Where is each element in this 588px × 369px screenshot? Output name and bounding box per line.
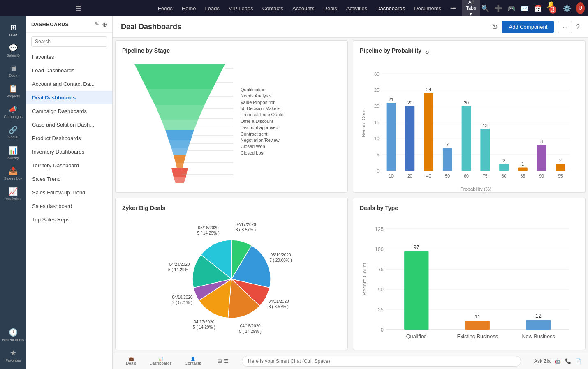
edit-icon[interactable]: ✎ xyxy=(95,21,100,28)
refresh-button[interactable]: ↻ xyxy=(492,23,498,32)
notification-icon[interactable]: 🔔3 xyxy=(547,1,558,16)
list-icon[interactable]: ☰ xyxy=(224,358,229,364)
nav-home[interactable]: Home xyxy=(178,4,200,13)
file-icon[interactable]: 📄 xyxy=(575,358,581,364)
expand-icon[interactable]: ⊞ xyxy=(218,358,222,364)
nav-activities[interactable]: Activities xyxy=(342,4,371,13)
zia-icon[interactable]: 🤖 xyxy=(555,358,561,364)
nav-leads[interactable]: Leads xyxy=(201,4,224,13)
sidebar-salesiq[interactable]: 💬 SalesIQ xyxy=(0,40,26,61)
bottom-tab-dashboards[interactable]: 📊 Dashboards xyxy=(143,355,178,367)
svg-rect-46 xyxy=(443,148,452,171)
smart-chat-input[interactable] xyxy=(242,356,521,367)
svg-marker-1 xyxy=(147,89,213,105)
main-content: Deal Dashboards ↻ Add Component ··· ? Pi… xyxy=(113,16,588,369)
nav-vip-leads[interactable]: VIP Leads xyxy=(225,4,257,13)
sidebar-social[interactable]: 🔗 Social xyxy=(0,122,26,143)
bottom-tab-deals[interactable]: 💼 Deals xyxy=(119,355,143,367)
contacts-tab-label: Contacts xyxy=(185,361,201,366)
nav-item-campaign-dashboards[interactable]: Campaign Dashboards xyxy=(26,104,112,118)
nav-item-sales-follow-up-trend[interactable]: Sales Follow-up Trend xyxy=(26,186,112,199)
recent-icon: 🕐 xyxy=(9,328,18,337)
svg-text:5: 5 xyxy=(377,152,380,157)
svg-text:8: 8 xyxy=(540,139,543,144)
survey-label: Survey xyxy=(7,156,19,160)
settings-icon[interactable]: ⚙️ xyxy=(563,5,571,12)
all-tabs-button[interactable]: All Tabs ▾ xyxy=(462,0,480,18)
nav-item-case-and-solution-dash...[interactable]: Case and Solution Dash... xyxy=(26,118,112,131)
search-input[interactable] xyxy=(31,36,107,47)
nav-item-inventory-dashboards[interactable]: Inventory Dashboards xyxy=(26,145,112,159)
hamburger-icon[interactable]: ☰ xyxy=(3,5,153,12)
phone-icon[interactable]: 📞 xyxy=(565,358,571,364)
add-icon[interactable]: ➕ xyxy=(494,5,502,12)
svg-text:90: 90 xyxy=(539,173,544,178)
svg-text:25: 25 xyxy=(374,87,380,92)
nav-deals[interactable]: Deals xyxy=(319,4,341,13)
sidebar-analytics[interactable]: 📈 Analytics xyxy=(0,184,26,204)
more-options-button[interactable]: ··· xyxy=(558,21,572,33)
sidebar-projects[interactable]: 📋 Projects xyxy=(0,81,26,101)
svg-text:21: 21 xyxy=(389,97,394,102)
funnel-label-5: Offer a Discount xyxy=(241,118,341,125)
nav-item-top-sales-reps[interactable]: Top Sales Reps xyxy=(26,213,112,226)
sidebar-favorites[interactable]: ★ Favorites xyxy=(0,345,26,366)
add-component-button[interactable]: Add Component xyxy=(502,21,554,33)
nav-dashboards[interactable]: Dashboards xyxy=(372,4,409,13)
nav-item-lead-dashboards[interactable]: Lead Dashboards xyxy=(26,64,112,77)
sidebar-campaigns[interactable]: 📣 Campaigns xyxy=(0,101,26,122)
content-header: Deal Dashboards ↻ Add Component ··· ? xyxy=(113,16,588,38)
nav-accounts[interactable]: Accounts xyxy=(288,4,318,13)
calendar-icon[interactable]: 📅 xyxy=(534,5,542,12)
sidebar-crm[interactable]: ⊞ CRM xyxy=(0,20,26,40)
refresh-prob-icon[interactable]: ↻ xyxy=(425,49,429,55)
svg-text:60: 60 xyxy=(464,173,469,178)
sidebar-survey[interactable]: 📊 Survey xyxy=(0,143,26,163)
add-dashboard-icon[interactable]: ⊕ xyxy=(102,21,107,28)
svg-text:20: 20 xyxy=(407,173,412,178)
svg-text:75: 75 xyxy=(378,266,384,272)
sidebar-salesinbox[interactable]: 📥 SalesInbox xyxy=(0,163,26,184)
svg-marker-0 xyxy=(134,64,225,89)
help-button[interactable]: ? xyxy=(576,23,580,31)
nav-item-deal-dashboards[interactable]: Deal Dashboards xyxy=(26,91,112,104)
contacts-tab-icon: 👤 xyxy=(190,357,195,361)
top-navigation: ☰ Feeds Home Leads VIP Leads Contacts Ac… xyxy=(0,0,588,16)
svg-marker-2 xyxy=(155,105,204,120)
deals-by-type-card: Deals by Type 025507510012597Qualified11… xyxy=(353,198,586,350)
nav-documents[interactable]: Documents xyxy=(410,4,445,13)
funnel-label-2: Value Proposition xyxy=(241,99,341,106)
svg-text:2: 2 xyxy=(503,158,505,163)
svg-rect-58 xyxy=(518,168,528,171)
nav-item-account-and-contact-da...[interactable]: Account and Contact Da... xyxy=(26,77,112,91)
nav-feeds[interactable]: Feeds xyxy=(154,4,177,13)
analytics-label: Analytics xyxy=(6,197,21,201)
svg-rect-55 xyxy=(499,164,509,171)
avatar[interactable]: U xyxy=(576,2,585,14)
svg-text:24: 24 xyxy=(426,87,431,92)
mail-icon[interactable]: ✉️ xyxy=(521,5,529,12)
sidebar-desk[interactable]: 🖥 Desk xyxy=(0,61,26,81)
svg-text:Qualified: Qualified xyxy=(406,333,427,339)
gamepad-icon[interactable]: 🎮 xyxy=(507,5,516,12)
nav-more[interactable]: ••• xyxy=(446,4,460,13)
svg-text:Record Count: Record Count xyxy=(361,107,366,137)
smart-chat-container xyxy=(242,356,521,367)
funnel-container: Qualification Needs Analysis Value Propo… xyxy=(122,57,341,186)
search-icon[interactable]: 🔍 xyxy=(481,5,489,12)
nav-item-territory-dashboard[interactable]: Territory Dashboard xyxy=(26,159,112,172)
salesinbox-label: SalesInbox xyxy=(4,176,23,180)
svg-marker-6 xyxy=(171,148,188,155)
nav-item-sales-trend[interactable]: Sales Trend xyxy=(26,172,112,186)
svg-text:20: 20 xyxy=(464,100,469,105)
nav-contacts[interactable]: Contacts xyxy=(258,4,287,13)
nav-item-sales-dashboard[interactable]: Sales dashboard xyxy=(26,199,112,213)
ask-zia-label[interactable]: Ask Zia xyxy=(534,358,551,364)
nav-item-product-dashboards[interactable]: Product Dashboards xyxy=(26,131,112,145)
svg-text:100: 100 xyxy=(375,246,384,252)
bottom-right-actions: Ask Zia 🤖 📞 📄 xyxy=(534,358,581,364)
nav-item-favorites[interactable]: Favorites xyxy=(26,50,112,64)
sidebar-recent[interactable]: 🕐 Recent Items xyxy=(0,325,26,345)
zyker-big-deals-card: Zyker Big Deals 02/17/20203 ( 8.57% )03/… xyxy=(115,198,348,350)
bottom-tab-contacts[interactable]: 👤 Contacts xyxy=(178,355,208,367)
